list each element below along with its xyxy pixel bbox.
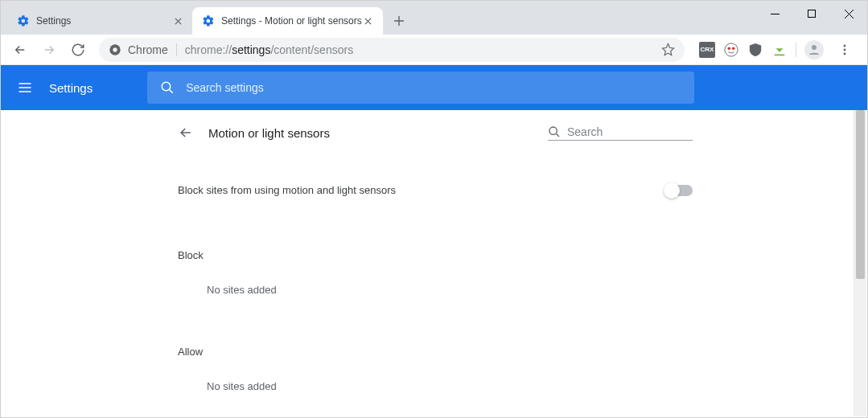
profile-avatar[interactable] xyxy=(804,40,824,59)
origin-label: Chrome xyxy=(128,43,168,56)
maximize-button[interactable] xyxy=(793,1,830,27)
toolbar-separator xyxy=(796,43,796,57)
gear-icon xyxy=(202,14,215,27)
scrollbar-thumb[interactable] xyxy=(856,110,865,279)
search-icon xyxy=(160,80,175,95)
minimize-button[interactable] xyxy=(756,1,793,27)
settings-search-input[interactable] xyxy=(186,81,681,94)
download-extension-icon[interactable] xyxy=(771,42,788,58)
settings-panel: Motion or light sensors Block sites from… xyxy=(162,110,709,417)
tab-title: Settings - Motion or light sensors xyxy=(221,15,362,27)
forward-button[interactable] xyxy=(36,37,62,63)
close-window-button[interactable] xyxy=(830,1,867,27)
omnibox-separator xyxy=(176,43,177,56)
url-text: chrome://settings/content/sensors xyxy=(185,43,353,56)
allow-section-title: Allow xyxy=(178,346,693,358)
kebab-menu-icon[interactable] xyxy=(832,37,858,63)
allow-section: Allow No sites added xyxy=(162,310,709,407)
block-section-title: Block xyxy=(178,249,693,261)
window-controls xyxy=(756,1,867,27)
main-toggle-label: Block sites from using motion and light … xyxy=(178,184,396,196)
page-title: Motion or light sensors xyxy=(208,126,330,140)
tab-title: Settings xyxy=(36,15,171,27)
close-icon[interactable] xyxy=(171,14,184,27)
toggle-knob xyxy=(664,182,680,199)
hamburger-menu-icon[interactable] xyxy=(17,80,33,96)
svg-point-10 xyxy=(162,82,171,91)
bookmark-star-icon[interactable] xyxy=(661,43,675,56)
back-arrow-icon[interactable] xyxy=(178,125,194,141)
svg-point-2 xyxy=(113,47,117,51)
block-section: Block No sites added xyxy=(162,214,709,310)
svg-point-11 xyxy=(549,127,557,134)
extension-icon[interactable] xyxy=(723,42,739,58)
settings-header: Settings xyxy=(1,65,867,110)
block-empty-text: No sites added xyxy=(178,261,693,310)
main-toggle-row: Block sites from using motion and light … xyxy=(162,152,709,214)
allow-empty-text: No sites added xyxy=(178,358,693,407)
page-header: Motion or light sensors xyxy=(162,110,709,152)
shield-extension-icon[interactable] xyxy=(747,42,763,58)
in-page-search[interactable] xyxy=(548,125,693,141)
back-button[interactable] xyxy=(7,37,33,63)
app-title: Settings xyxy=(49,81,93,95)
svg-rect-0 xyxy=(808,10,815,17)
extension-icons: CRX xyxy=(693,37,861,63)
svg-point-4 xyxy=(728,47,731,50)
svg-point-9 xyxy=(844,52,846,55)
window-titlebar: Settings Settings - Motion or light sens… xyxy=(1,1,867,35)
reload-button[interactable] xyxy=(65,37,91,63)
browser-tab[interactable]: Settings xyxy=(7,7,192,35)
svg-point-6 xyxy=(812,45,817,50)
browser-toolbar: Chrome chrome://settings/content/sensors… xyxy=(1,35,867,65)
site-info-icon[interactable] xyxy=(109,43,121,56)
vertical-scrollbar[interactable] xyxy=(854,110,866,416)
svg-point-8 xyxy=(844,48,846,51)
address-bar[interactable]: Chrome chrome://settings/content/sensors xyxy=(99,38,685,62)
close-icon[interactable] xyxy=(362,14,375,27)
in-page-search-input[interactable] xyxy=(567,125,708,138)
tab-strip: Settings Settings - Motion or light sens… xyxy=(1,1,410,35)
svg-point-7 xyxy=(844,44,846,47)
new-tab-button[interactable] xyxy=(388,10,410,32)
main-toggle-switch[interactable] xyxy=(665,185,693,196)
crx-extension-icon[interactable]: CRX xyxy=(699,42,715,58)
search-icon xyxy=(548,125,561,138)
settings-search-box[interactable] xyxy=(147,72,694,104)
svg-point-3 xyxy=(725,43,738,55)
content-viewport: Motion or light sensors Block sites from… xyxy=(1,110,867,417)
svg-point-5 xyxy=(732,47,735,50)
gear-icon xyxy=(17,14,30,27)
browser-tab[interactable]: Settings - Motion or light sensors xyxy=(192,7,383,35)
